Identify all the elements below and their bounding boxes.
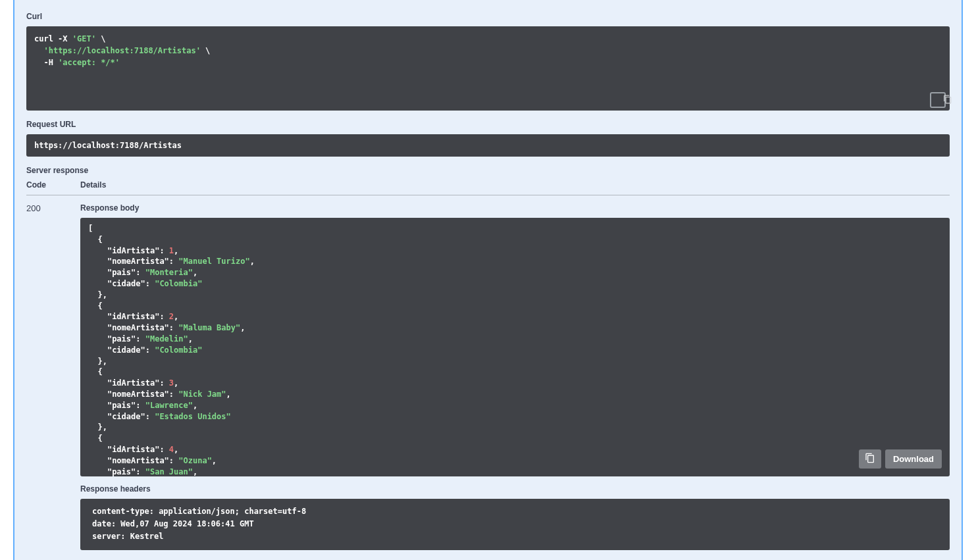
response-table-header: Code Details	[26, 180, 950, 195]
response-body-box: [ { "idArtista": 1, "nomeArtista": "Manu…	[80, 218, 950, 476]
copy-curl-button[interactable]	[930, 92, 946, 108]
curl-label: Curl	[26, 12, 950, 21]
response-body-scroll[interactable]: [ { "idArtista": 1, "nomeArtista": "Manu…	[80, 218, 950, 476]
response-details: Response body [ { "idArtista": 1, "nomeA…	[80, 203, 950, 551]
response-status-code: 200	[26, 203, 80, 551]
response-headers-label: Response headers	[80, 484, 950, 494]
curl-command: curl -X 'GET' \ 'https://localhost:7188/…	[34, 33, 942, 68]
copy-response-button[interactable]	[859, 449, 881, 469]
clipboard-icon	[865, 453, 875, 465]
curl-command-box: curl -X 'GET' \ 'https://localhost:7188/…	[26, 26, 950, 111]
column-header-code: Code	[26, 180, 80, 190]
response-headers-box: content-type: application/json; charset=…	[80, 499, 950, 550]
download-button[interactable]: Download	[885, 449, 942, 469]
response-body-label: Response body	[80, 203, 950, 213]
response-headers-content: content-type: application/json; charset=…	[92, 505, 938, 544]
request-url-label: Request URL	[26, 120, 950, 129]
request-url-value: https://localhost:7188/Artistas	[26, 134, 950, 157]
response-row: 200 Response body [ { "idArtista": 1, "n…	[26, 203, 950, 551]
server-response-label: Server response	[26, 166, 950, 175]
clipboard-icon	[923, 85, 952, 116]
column-header-details: Details	[80, 180, 950, 190]
response-body-content: [ { "idArtista": 1, "nomeArtista": "Manu…	[88, 223, 942, 476]
swagger-operation-panel: Curl curl -X 'GET' \ 'https://localhost:…	[13, 0, 963, 560]
